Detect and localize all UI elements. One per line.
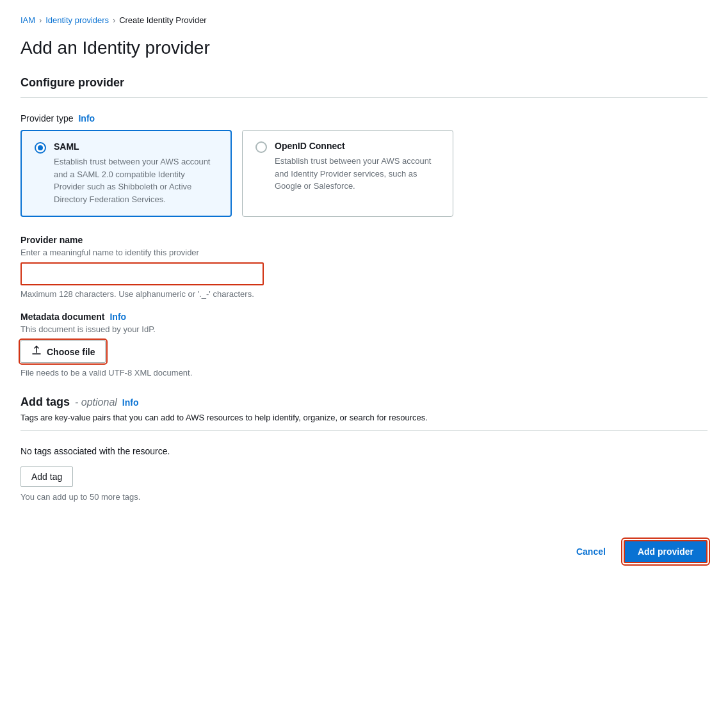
file-hint: File needs to be a valid UTF-8 XML docum…	[20, 368, 708, 378]
breadcrumb-iam[interactable]: IAM	[20, 15, 35, 25]
provider-name-input-wrap	[20, 262, 264, 285]
provider-type-label: Provider type	[20, 113, 73, 123]
radio-saml-inner	[38, 145, 43, 150]
openid-description: Establish trust between your AWS account…	[275, 155, 440, 193]
add-tags-title-row: Add tags - optional Info	[20, 395, 708, 409]
add-tags-title-text: Add tags	[20, 395, 70, 409]
provider-type-label-row: Provider type Info	[20, 113, 708, 123]
metadata-info-link[interactable]: Info	[109, 312, 126, 322]
more-tags-hint: You can add up to 50 more tags.	[20, 492, 708, 502]
radio-openid[interactable]	[255, 141, 267, 153]
add-tag-button[interactable]: Add tag	[20, 466, 73, 487]
provider-name-label: Provider name	[20, 235, 708, 245]
metadata-sublabel: This document is issued by your IdP.	[20, 324, 708, 334]
metadata-section: Metadata document Info This document is …	[20, 312, 708, 378]
breadcrumb: IAM › Identity providers › Create Identi…	[20, 15, 708, 25]
openid-title: OpenID Connect	[275, 141, 440, 151]
form-actions: Cancel Add provider	[20, 527, 708, 563]
choose-file-button[interactable]: Choose file	[20, 340, 106, 363]
configure-provider-title: Configure provider	[20, 76, 708, 90]
section-divider-2	[20, 430, 708, 431]
cancel-button[interactable]: Cancel	[569, 541, 613, 562]
saml-card-content: SAML Establish trust between your AWS ac…	[54, 141, 218, 205]
provider-card-saml[interactable]: SAML Establish trust between your AWS ac…	[20, 130, 232, 217]
breadcrumb-identity-providers[interactable]: Identity providers	[45, 15, 109, 25]
page-title: Add an Identity provider	[20, 38, 708, 58]
tags-info-link[interactable]: Info	[122, 397, 139, 408]
provider-type-info-link[interactable]: Info	[78, 113, 95, 123]
choose-file-label: Choose file	[47, 347, 95, 357]
no-tags-text: No tags associated with the resource.	[20, 446, 708, 456]
metadata-label-row: Metadata document Info	[20, 312, 708, 322]
provider-name-sublabel: Enter a meaningful name to identify this…	[20, 248, 708, 257]
add-tag-label: Add tag	[31, 472, 62, 482]
provider-name-group: Provider name Enter a meaningful name to…	[20, 235, 708, 299]
breadcrumb-current-page: Create Identity Provider	[119, 15, 207, 25]
tags-description: Tags are key-value pairs that you can ad…	[20, 413, 708, 422]
provider-card-openid[interactable]: OpenID Connect Establish trust between y…	[242, 130, 453, 217]
metadata-label-text: Metadata document	[20, 312, 104, 322]
optional-label: - optional	[75, 397, 117, 408]
radio-saml[interactable]	[35, 142, 46, 154]
breadcrumb-sep-1: ›	[39, 16, 42, 25]
add-provider-button[interactable]: Add provider	[624, 540, 708, 563]
breadcrumb-sep-2: ›	[113, 16, 115, 25]
provider-cards-container: SAML Establish trust between your AWS ac…	[20, 130, 708, 217]
saml-description: Establish trust between your AWS account…	[54, 155, 218, 205]
add-tags-section: Add tags - optional Info Tags are key-va…	[20, 395, 708, 502]
provider-name-hint: Maximum 128 characters. Use alphanumeric…	[20, 289, 708, 299]
configure-provider-section: Configure provider Provider type Info SA…	[20, 76, 708, 378]
upload-icon	[31, 346, 42, 358]
section-divider-1	[20, 97, 708, 98]
saml-title: SAML	[54, 141, 218, 152]
provider-name-input[interactable]	[20, 262, 264, 285]
openid-card-content: OpenID Connect Establish trust between y…	[275, 141, 440, 193]
